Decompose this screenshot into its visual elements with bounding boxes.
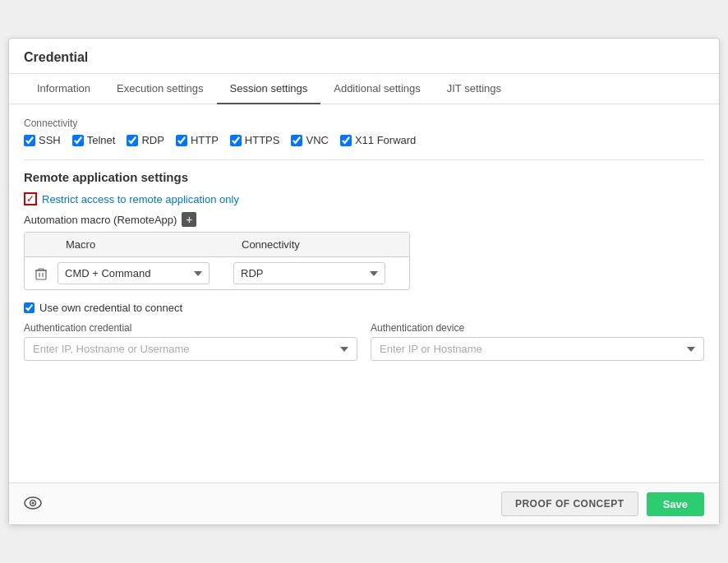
macro-select-cell: CMD + Command	[58, 262, 233, 284]
own-credential-checkbox[interactable]	[24, 302, 35, 313]
connectivity-ssh[interactable]: SSH	[24, 134, 61, 146]
tab-execution-settings[interactable]: Execution settings	[104, 74, 217, 104]
table-row: CMD + Command RDP	[25, 257, 409, 289]
rdp-checkbox[interactable]	[127, 135, 138, 146]
connectivity-select[interactable]: RDP	[233, 262, 385, 284]
auth-device-select[interactable]: Enter IP or Hostname	[371, 337, 704, 361]
auth-credential-group: Authentication credential Enter IP, Host…	[24, 322, 357, 361]
auth-device-group: Authentication device Enter IP or Hostna…	[371, 322, 704, 361]
footer: PROOF OF CONCEPT Save	[9, 482, 719, 524]
connectivity-select-cell: RDP	[233, 262, 409, 284]
tab-bar: Information Execution settings Session s…	[9, 74, 719, 104]
own-credential-row: Use own credential to connect	[24, 302, 704, 314]
connectivity-telnet[interactable]: Telnet	[72, 134, 116, 146]
connectivity-https[interactable]: HTTPS	[230, 134, 280, 146]
remote-app-title: Remote application settings	[24, 170, 704, 184]
col-connectivity: Connectivity	[233, 233, 409, 256]
credential-window: Credential Information Execution setting…	[8, 38, 720, 525]
connectivity-x11[interactable]: X11 Forward	[340, 134, 416, 146]
window-title: Credential	[9, 39, 719, 74]
telnet-checkbox[interactable]	[72, 135, 84, 146]
x11-checkbox[interactable]	[340, 135, 352, 146]
tab-content: Connectivity SSH Telnet RDP HTTP HTTPS	[9, 104, 719, 482]
https-checkbox[interactable]	[230, 135, 242, 146]
auth-credential-label: Authentication credential	[24, 322, 357, 334]
col-macro: Macro	[58, 233, 233, 256]
restrict-label[interactable]: Restrict access to remote application on…	[42, 193, 239, 205]
svg-rect-0	[36, 270, 46, 279]
tab-information[interactable]: Information	[24, 74, 104, 104]
own-credential-label: Use own credential to connect	[39, 302, 182, 314]
svg-point-6	[32, 501, 35, 504]
tab-session-settings[interactable]: Session settings	[217, 74, 321, 104]
restrict-row: ✓ Restrict access to remote application …	[24, 192, 704, 205]
auth-device-label: Authentication device	[371, 322, 704, 334]
macro-table-header: Macro Connectivity	[25, 233, 409, 257]
connectivity-rdp[interactable]: RDP	[127, 134, 164, 146]
auth-credential-select[interactable]: Enter IP, Hostname or Username	[24, 337, 357, 361]
eye-icon[interactable]	[24, 495, 42, 514]
poc-button[interactable]: PROOF OF CONCEPT	[501, 491, 638, 516]
restrict-checkbox[interactable]: ✓	[24, 192, 37, 205]
tab-additional-settings[interactable]: Additional settings	[320, 74, 434, 104]
save-button[interactable]: Save	[647, 492, 704, 516]
connectivity-label: Connectivity	[24, 118, 704, 129]
col-delete	[25, 233, 58, 256]
http-checkbox[interactable]	[176, 135, 187, 146]
section-divider	[24, 159, 704, 160]
checkmark-icon: ✓	[26, 194, 35, 204]
delete-row-button[interactable]	[25, 267, 58, 280]
connectivity-vnc[interactable]: VNC	[291, 134, 328, 146]
vnc-checkbox[interactable]	[291, 135, 302, 146]
connectivity-http[interactable]: HTTP	[176, 134, 219, 146]
add-macro-button[interactable]: +	[182, 212, 196, 227]
tab-jit-settings[interactable]: JIT settings	[434, 74, 514, 104]
automation-label-row: Automation macro (RemoteApp) +	[24, 212, 704, 227]
ssh-checkbox[interactable]	[24, 135, 35, 146]
auth-fields-row: Authentication credential Enter IP, Host…	[24, 322, 704, 361]
macro-select[interactable]: CMD + Command	[58, 262, 210, 284]
macro-table: Macro Connectivity CMD + Command	[24, 232, 410, 290]
footer-right: PROOF OF CONCEPT Save	[501, 491, 704, 516]
connectivity-row: SSH Telnet RDP HTTP HTTPS VNC	[24, 134, 704, 146]
